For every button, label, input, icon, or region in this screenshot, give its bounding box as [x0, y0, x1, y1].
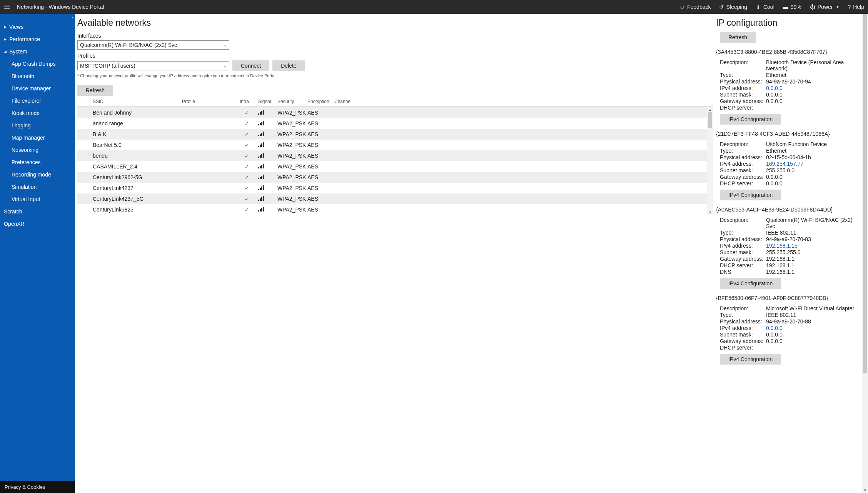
sidebar-item-networking[interactable]: Networking — [0, 144, 75, 156]
sidebar-item-label: Bluetooth — [12, 73, 34, 79]
sidebar-item-file-explorer[interactable]: File explorer — [0, 95, 75, 107]
feedback-button[interactable]: ☺ Feedback — [679, 4, 711, 10]
battery-icon: ▬ — [783, 4, 788, 10]
adapter-guid: {3A4453C3-8800-4BE2-885B-43508C87F707} — [716, 49, 860, 55]
sidebar-item-openxr[interactable]: OpenXR — [0, 218, 75, 230]
ip-value: 0.0.0.0 — [766, 338, 860, 344]
cell-encryption: AES — [305, 204, 332, 215]
scroll-down-icon[interactable]: ▼ — [862, 487, 868, 493]
ip-key: Description: — [720, 59, 766, 72]
sidebar-item-preferences[interactable]: Preferences — [0, 156, 75, 168]
scroll-up-icon[interactable]: ▲ — [707, 107, 713, 112]
networks-scrollbar[interactable]: ▲ ▼ — [707, 107, 713, 215]
battery-status[interactable]: ▬ 99% — [783, 4, 801, 10]
ip-refresh-button[interactable]: Refresh — [720, 32, 756, 43]
profiles-label: Profiles — [77, 53, 713, 59]
adapter-guid: {A0AEC553-A4CF-4E39-9E24-D5059F8DA4DD} — [716, 207, 860, 213]
networks-refresh-button[interactable]: Refresh — [77, 85, 113, 96]
delete-button[interactable]: Delete — [272, 60, 305, 71]
table-row[interactable]: CenturyLink2962-5G✓WPA2_PSKAES — [77, 172, 713, 183]
menu-icon[interactable] — [4, 3, 12, 11]
cell-ssid: CASAMILLER_2.4 — [90, 161, 180, 172]
help-label: Help — [853, 4, 864, 10]
cell-signal — [256, 172, 275, 183]
col-channel[interactable]: Channel — [332, 97, 713, 107]
table-row[interactable]: CenturyLink4237_5G✓WPA2_PSKAES — [77, 193, 713, 204]
ip-key: Type: — [720, 230, 766, 236]
ip-value: 94-9a-a9-20-70-83 — [766, 236, 860, 242]
cell-encryption: AES — [305, 107, 332, 118]
sidebar-item-logging[interactable]: Logging — [0, 119, 75, 132]
sidebar-item-recording-mode[interactable]: Recording mode — [0, 168, 75, 181]
nav-list: ▶Views▶Performance◢SystemApp Crash Dumps… — [0, 14, 75, 481]
sidebar-item-scratch[interactable]: Scratch — [0, 205, 75, 218]
sidebar-collapse-button[interactable]: ‹ — [70, 14, 75, 22]
table-row[interactable]: CASAMILLER_2.4✓WPA2_PSKAES — [77, 161, 713, 172]
help-button[interactable]: ? Help — [848, 4, 864, 10]
sidebar-item-label: System — [9, 48, 27, 55]
sidebar-item-label: Kiosk mode — [12, 110, 40, 116]
adapter-details: Description:Bluetooth Device (Personal A… — [720, 59, 860, 111]
history-icon: ↺ — [719, 4, 724, 10]
scrollbar-thumb[interactable] — [863, 14, 867, 373]
signal-icon — [258, 110, 264, 115]
sidebar-item-views[interactable]: ▶Views — [0, 21, 75, 33]
cell-profile — [180, 129, 237, 140]
table-row[interactable]: BearNet 5.0✓WPA2_PSKAES — [77, 140, 713, 150]
sidebar-item-label: Recording mode — [12, 172, 51, 178]
cell-infra: ✓ — [237, 172, 256, 183]
sidebar-item-bluetooth[interactable]: Bluetooth — [0, 70, 75, 82]
scroll-down-icon[interactable]: ▼ — [707, 210, 713, 215]
table-row[interactable]: Ben and Johnny✓WPA2_PSKAES — [77, 107, 713, 118]
col-encryption[interactable]: Encryption — [305, 97, 332, 107]
table-row[interactable]: CenturyLink4237✓WPA2_PSKAES — [77, 183, 713, 193]
check-icon: ✓ — [240, 185, 254, 191]
connect-button[interactable]: Connect — [232, 60, 269, 71]
col-ssid[interactable]: SSID — [90, 97, 180, 107]
ip-value: 255.255.255.0 — [766, 249, 860, 255]
sidebar-item-kiosk-mode[interactable]: Kiosk mode — [0, 107, 75, 119]
cell-security: WPA2_PSK — [275, 140, 305, 150]
table-row[interactable]: bendu✓WPA2_PSKAES — [77, 150, 713, 161]
sidebar-item-device-manager[interactable]: Device manager — [0, 82, 75, 95]
scrollbar-thumb[interactable] — [708, 112, 712, 128]
thermal-status[interactable]: 🌡 Cool — [756, 4, 775, 10]
sidebar-item-system[interactable]: ◢System — [0, 45, 75, 58]
ip-key: Description: — [720, 141, 766, 147]
ipv4-configuration-button[interactable]: IPv4 Configuration — [720, 190, 781, 200]
col-security[interactable]: Security — [275, 97, 305, 107]
table-row[interactable]: anand range✓WPA2_PSKAES — [77, 118, 713, 129]
cell-profile — [180, 140, 237, 150]
check-icon: ✓ — [240, 142, 254, 148]
profiles-select[interactable]: MSFTCORP (all users) ⌄ — [77, 61, 229, 70]
sidebar-item-map-manager[interactable]: Map manager — [0, 132, 75, 144]
ip-row: Subnet mask:0.0.0.0 — [720, 91, 860, 98]
ip-value[interactable]: 0.0.0.0 — [766, 85, 860, 91]
ipv4-configuration-button[interactable]: IPv4 Configuration — [720, 354, 781, 365]
ipv4-configuration-button[interactable]: IPv4 Configuration — [720, 114, 781, 125]
sidebar-item-simulation[interactable]: Simulation — [0, 181, 75, 193]
col-infra[interactable]: Infra — [237, 97, 256, 107]
interfaces-select[interactable]: Qualcomm(R) Wi-Fi B/G/N/AC (2x2) Svc ⌄ — [77, 40, 229, 50]
ipconfig-scrollbar[interactable]: ▼ — [862, 14, 868, 493]
sidebar-item-virtual-input[interactable]: Virtual Input — [0, 193, 75, 205]
sleeping-status[interactable]: ↺ Sleeping — [719, 4, 747, 10]
ip-value[interactable]: 169.254.157.77 — [766, 161, 860, 167]
ip-configuration-panel: IP configuration Refresh {3A4453C3-8800-… — [716, 14, 868, 493]
sidebar-item-performance[interactable]: ▶Performance — [0, 33, 75, 45]
col-signal[interactable]: Signal — [256, 97, 275, 107]
col-profile[interactable]: Profile — [180, 97, 237, 107]
ipv4-configuration-button[interactable]: IPv4 Configuration — [720, 278, 781, 289]
power-menu[interactable]: ⏻ Power ▼ — [810, 4, 840, 10]
ip-value: Qualcomm(R) Wi-Fi B/G/N/AC (2x2) Svc — [766, 217, 860, 229]
table-row[interactable]: B & K✓WPA2_PSKAES — [77, 129, 713, 140]
cell-security: WPA2_PSK — [275, 118, 305, 129]
networks-table: SSID Profile Infra Signal Security Encry… — [77, 97, 713, 215]
table-row[interactable]: CenturyLink5825✓WPA2_PSKAES — [77, 204, 713, 215]
ip-value: 94-9a-a9-20-70-94 — [766, 78, 860, 85]
ip-value[interactable]: 192.168.1.15 — [766, 243, 860, 249]
cell-signal — [256, 118, 275, 129]
ip-value[interactable]: 0.0.0.0 — [766, 325, 860, 331]
sidebar-item-app-crash-dumps[interactable]: App Crash Dumps — [0, 58, 75, 70]
privacy-link[interactable]: Privacy & Cookies — [0, 481, 75, 493]
